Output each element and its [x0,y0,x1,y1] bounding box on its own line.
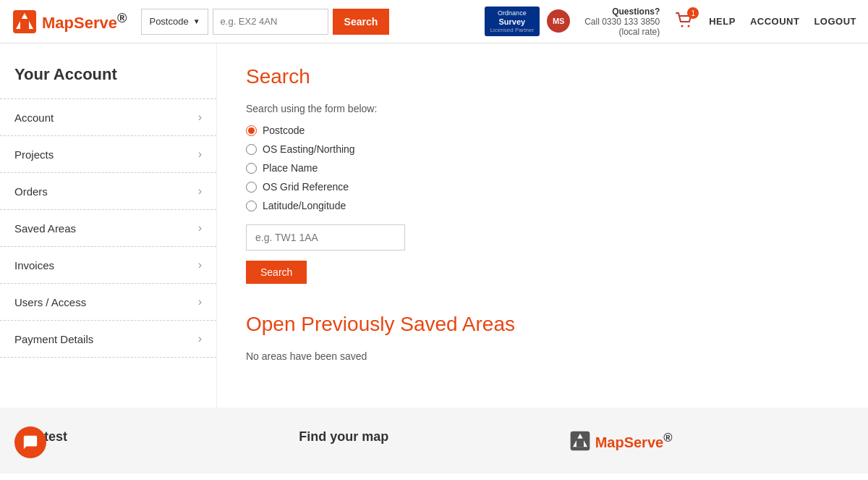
header-search-button[interactable]: Search [333,9,390,35]
radio-label-text-easting: OS Easting/Northing [263,143,355,155]
search-submit-button[interactable]: Search [246,261,307,284]
postcode-dropdown[interactable]: Postcode ▼ [141,9,208,35]
search-radio-group: PostcodeOS Easting/NorthingPlace NameOS … [246,125,839,211]
phone-number: Call 0330 133 3850 [584,17,660,27]
sidebar-item-projects[interactable]: Projects› [0,135,216,172]
postcode-dropdown-label: Postcode [149,16,188,27]
questions-label: Questions? [612,7,660,17]
sidebar-item-label: Projects [14,148,54,161]
search-section-title: Search [246,65,839,88]
radio-grid[interactable] [246,182,257,193]
search-section: Search Search using the form below: Post… [246,65,839,284]
footer-latest: Latest [29,429,299,452]
sidebar-item-saved-areas[interactable]: Saved Areas› [0,209,216,246]
radio-label-grid[interactable]: OS Grid Reference [246,181,839,193]
chat-bubble-button[interactable] [14,426,46,458]
radio-easting[interactable] [246,144,257,155]
radio-place[interactable] [246,163,257,174]
header-partner-logos: Ordnance Survey Licensed Partner MS [485,7,570,37]
sidebar-item-account[interactable]: Account› [0,98,216,135]
saved-areas-title: Open Previously Saved Areas [246,313,839,336]
svg-point-4 [688,25,690,28]
radio-label-place[interactable]: Place Name [246,162,839,174]
footer-logo-icon [569,430,591,452]
page-body: Your Account Account›Projects›Orders›Sav… [0,43,868,408]
sidebar-nav: Account›Projects›Orders›Saved Areas›Invo… [0,98,216,358]
footer-latest-title: Latest [29,429,299,445]
chevron-right-icon: › [198,185,202,198]
radio-label-latlng[interactable]: Latitude/Longitude [246,200,839,211]
radio-label-text-postcode: Postcode [263,125,305,136]
search-form-description: Search using the form below: [246,103,839,114]
footer-logo: MapServe® [569,429,839,452]
logo[interactable]: MapServe® [12,9,127,35]
search-location-input[interactable] [246,224,405,250]
sidebar-item-invoices[interactable]: Invoices› [0,246,216,283]
os-partner-badge: Ordnance Survey Licensed Partner [485,7,540,37]
radio-label-easting[interactable]: OS Easting/Northing [246,143,839,155]
sidebar-item-label: Payment Details [14,333,93,345]
svg-rect-7 [576,438,584,447]
footer: Latest Find your map MapServe® [0,408,868,473]
header-right: Questions? Call 0330 133 3850 (local rat… [584,7,856,37]
os-badge-line2: Survey [499,17,526,27]
radio-label-text-place: Place Name [263,162,318,174]
sidebar-item-users-access[interactable]: Users / Access› [0,283,216,320]
nav-account-link[interactable]: ACCOUNT [750,16,800,27]
radio-latlng[interactable] [246,201,257,211]
nav-logout-link[interactable]: LOGOUT [814,16,856,27]
sidebar-item-label: Orders [14,185,48,198]
sidebar-item-label: Account [14,111,54,124]
radio-postcode[interactable] [246,125,257,136]
footer-logo-text: MapServe® [595,431,673,451]
logo-text: MapServe® [42,10,127,33]
chevron-right-icon: › [198,148,202,161]
sidebar-item-label: Saved Areas [14,222,76,235]
phone-note: (local rate) [584,27,660,37]
chevron-right-icon: › [198,222,202,235]
saved-areas-section: Open Previously Saved Areas No areas hav… [246,313,839,362]
os-badge-sub: Licensed Partner [490,27,534,34]
sidebar-title: Your Account [0,58,216,98]
os-badge-line1: Ordnance [498,9,527,17]
sidebar-item-payment-details[interactable]: Payment Details› [0,320,216,358]
header-search-input[interactable] [213,9,328,35]
sidebar-item-label: Invoices [14,259,54,271]
radio-label-text-grid: OS Grid Reference [263,181,349,193]
logo-icon [12,9,38,35]
radio-label-text-latlng: Latitude/Longitude [263,200,346,211]
main-content: Search Search using the form below: Post… [217,43,868,408]
sidebar: Your Account Account›Projects›Orders›Sav… [0,43,217,408]
chevron-right-icon: › [198,332,202,345]
chevron-down-icon: ▼ [193,17,200,25]
cart-button[interactable]: 1 [674,10,694,33]
chevron-right-icon: › [198,111,202,124]
footer-find-map-title: Find your map [299,429,569,445]
chevron-right-icon: › [198,295,202,308]
chevron-right-icon: › [198,258,202,271]
radio-label-postcode[interactable]: Postcode [246,125,839,136]
cart-count-badge: 1 [687,7,699,19]
header-search-area: Postcode ▼ Search [141,9,484,35]
questions-block: Questions? Call 0330 133 3850 (local rat… [584,7,660,37]
footer-find-map: Find your map [299,429,569,452]
header: MapServe® Postcode ▼ Search Ordnance Sur… [0,0,868,43]
no-areas-text: No areas have been saved [246,350,839,362]
nav-help-link[interactable]: HELP [709,16,736,27]
svg-rect-2 [20,19,29,29]
chat-icon [22,434,38,450]
svg-point-3 [681,25,684,28]
partner-logo-icon: MS [547,9,570,33]
sidebar-item-orders[interactable]: Orders› [0,172,216,209]
sidebar-item-label: Users / Access [14,296,86,308]
